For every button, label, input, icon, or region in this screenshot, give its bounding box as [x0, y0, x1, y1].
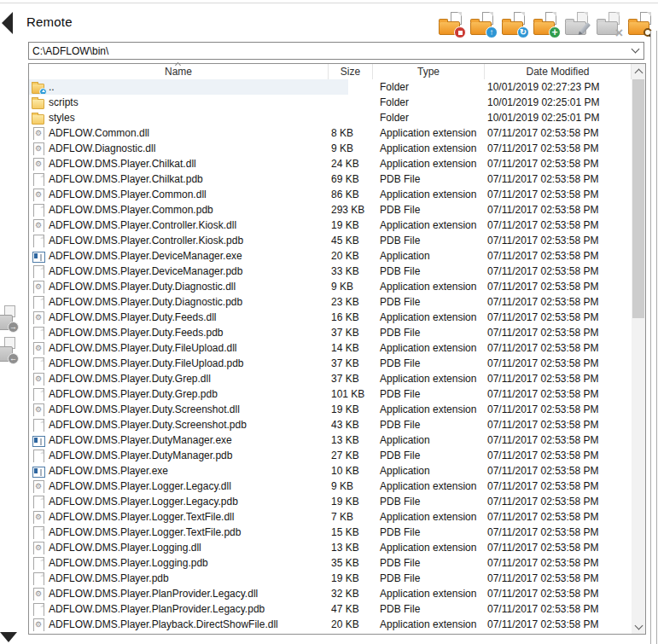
pdb-icon: [32, 603, 45, 616]
file-row[interactable]: ADFLOW.DMS.Player.DeviceManager.exe20 KB…: [29, 248, 632, 264]
file-date: 07/11/2017 02:53:58 PM: [485, 450, 632, 461]
file-row[interactable]: ADFLOW.DMS.Player.Controller.Kiosk.pdb45…: [29, 233, 632, 248]
column-header-name[interactable]: Name: [29, 64, 329, 79]
file-size: 14 KB: [329, 342, 373, 354]
file-type: PDB File: [373, 419, 485, 431]
file-row[interactable]: ADFLOW.DMS.Player.Duty.FileUpload.pdb37 …: [29, 356, 632, 371]
file-list-body: ..Folder10/01/2019 02:27:23 PMscriptsFol…: [29, 79, 632, 634]
file-row[interactable]: ADFLOW.DMS.Player.Duty.Grep.dll37 KBAppl…: [29, 371, 632, 386]
file-size: 19 KB: [329, 219, 373, 231]
file-row[interactable]: scriptsFolder10/01/2019 02:25:01 PM: [29, 95, 632, 110]
file-row[interactable]: ADFLOW.Common.dll8 KBApplication extensi…: [29, 125, 632, 141]
file-row[interactable]: ADFLOW.DMS.Player.Controller.Kiosk.dll19…: [29, 218, 632, 233]
dll-icon: [32, 158, 45, 171]
file-type: Folder: [373, 81, 485, 93]
file-row[interactable]: ..Folder10/01/2019 02:27:23 PM: [29, 79, 632, 95]
vertical-scrollbar[interactable]: [632, 64, 645, 634]
file-date: 07/11/2017 02:53:58 PM: [485, 434, 632, 446]
file-row[interactable]: ADFLOW.DMS.Player.Duty.Grep.pdb101 KBPDB…: [29, 386, 632, 402]
pdb-icon: [32, 204, 45, 217]
refresh-button[interactable]: [502, 12, 527, 37]
collapse-panel-arrow-icon[interactable]: [2, 12, 13, 34]
add-badge-icon: [549, 26, 561, 38]
file-date: 07/11/2017 02:53:58 PM: [485, 142, 632, 154]
upload-button[interactable]: [470, 12, 496, 37]
dll-icon: [32, 281, 45, 293]
file-type: PDB File: [373, 296, 485, 308]
file-row-partial[interactable]: [29, 632, 632, 634]
pdb-icon: [32, 296, 45, 309]
file-type: Application: [373, 250, 485, 262]
transfer-right-button[interactable]: →: [0, 305, 20, 332]
toolbar: ×: [439, 12, 654, 37]
file-name: ADFLOW.DMS.Player.Chilkat.pdb: [49, 173, 203, 185]
file-date: 07/11/2017 02:53:58 PM: [485, 219, 632, 231]
abort-transfer-button[interactable]: [439, 12, 464, 37]
file-row[interactable]: ADFLOW.DMS.Player.Duty.Feeds.dll16 KBApp…: [29, 310, 632, 325]
file-row[interactable]: ADFLOW.DMS.Player.Duty.Screenshot.pdb43 …: [29, 417, 632, 432]
file-row[interactable]: ADFLOW.DMS.Player.Logger.TextFile.dll7 K…: [29, 509, 632, 525]
file-date: 07/11/2017 02:53:58 PM: [485, 388, 632, 400]
transfer-left-button[interactable]: ←: [0, 337, 20, 363]
file-row[interactable]: ADFLOW.DMS.Player.exe10 KBApplication07/…: [29, 463, 632, 479]
file-row[interactable]: ADFLOW.DMS.Player.Duty.Diagnostic.dll9 K…: [29, 279, 632, 294]
file-type: Application: [373, 465, 485, 477]
file-date: 07/11/2017 02:53:58 PM: [485, 588, 632, 600]
name-cell: ADFLOW.DMS.Player.Common.pdb: [29, 204, 329, 217]
column-header-date-modified[interactable]: Date Modified: [485, 64, 632, 79]
file-row[interactable]: ADFLOW.DMS.Player.Duty.FileUpload.dll14 …: [29, 340, 632, 356]
file-row[interactable]: ADFLOW.DMS.Player.Duty.Diagnostic.pdb23 …: [29, 294, 632, 310]
dll-icon: [32, 588, 45, 600]
file-row[interactable]: ADFLOW.DMS.Player.Chilkat.pdb69 KBPDB Fi…: [29, 171, 632, 187]
file-row[interactable]: ADFLOW.DMS.Player.pdb19 KBPDB File07/11/…: [29, 571, 632, 586]
file-row[interactable]: ADFLOW.DMS.Player.Common.pdb293 KBPDB Fi…: [29, 202, 632, 218]
dll-icon: [32, 219, 45, 232]
file-row[interactable]: stylesFolder10/01/2019 02:25:01 PM: [29, 110, 632, 125]
file-row[interactable]: ADFLOW.DMS.Player.DeviceManager.pdb33 KB…: [29, 264, 632, 279]
list-header: Name Size Type Date Modified: [29, 64, 645, 79]
file-row[interactable]: ADFLOW.DMS.Player.Logger.Legacy.pdb19 KB…: [29, 494, 632, 509]
file-row[interactable]: ADFLOW.DMS.Player.Logging.pdb35 KBPDB Fi…: [29, 555, 632, 571]
file-row[interactable]: ADFLOW.DMS.Player.DutyManager.exe13 KBAp…: [29, 432, 632, 448]
file-row[interactable]: ADFLOW.DMS.Player.PlanProvider.Legacy.dl…: [29, 586, 632, 601]
combobox-dropdown-button[interactable]: [626, 49, 643, 52]
file-size: 13 KB: [329, 542, 373, 554]
new-folder-button[interactable]: [533, 12, 559, 37]
column-header-type[interactable]: Type: [373, 64, 485, 79]
scroll-up-button[interactable]: [632, 64, 645, 78]
file-row[interactable]: ADFLOW.Diagnostic.dll9 KBApplication ext…: [29, 141, 632, 156]
file-name: ADFLOW.DMS.Player.Logger.TextFile.pdb: [49, 526, 241, 538]
file-type: Application extension: [373, 588, 485, 600]
name-cell: ADFLOW.DMS.Player.DutyManager.exe: [29, 434, 329, 447]
file-row[interactable]: ADFLOW.DMS.Player.Logger.TextFile.pdb15 …: [29, 525, 632, 540]
name-cell: ADFLOW.DMS.Player.Controller.Kiosk.pdb: [29, 235, 329, 247]
file-type: PDB File: [373, 388, 485, 400]
file-row[interactable]: ADFLOW.DMS.Player.DutyManager.pdb27 KBPD…: [29, 448, 632, 463]
file-row[interactable]: ADFLOW.DMS.Player.Chilkat.dll24 KBApplic…: [29, 156, 632, 171]
file-row[interactable]: ADFLOW.DMS.Player.Duty.Screenshot.dll19 …: [29, 402, 632, 417]
scroll-down-button[interactable]: [632, 619, 645, 634]
file-size: 293 KB: [329, 204, 373, 216]
column-header-size[interactable]: Size: [329, 64, 373, 79]
path-combobox[interactable]: C:\ADFLOW\bin\: [28, 42, 644, 60]
file-row[interactable]: ADFLOW.DMS.Player.Logger.Legacy.dll9 KBA…: [29, 479, 632, 494]
file-row[interactable]: ADFLOW.DMS.Player.Duty.Feeds.pdb37 KBPDB…: [29, 325, 632, 340]
file-row[interactable]: ADFLOW.DMS.Player.Playback.DirectShowFil…: [29, 617, 632, 632]
file-row[interactable]: ADFLOW.DMS.Player.Common.dll86 KBApplica…: [29, 187, 632, 202]
name-cell: ADFLOW.Common.dll: [29, 127, 329, 140]
file-size: 13 KB: [329, 434, 373, 446]
collapse-bottom-arrow-icon[interactable]: [0, 632, 17, 642]
name-cell: ADFLOW.DMS.Player.Duty.FileUpload.dll: [29, 342, 329, 355]
name-cell: ADFLOW.DMS.Player.Common.dll: [29, 189, 329, 201]
name-cell: ADFLOW.DMS.Player.Duty.Feeds.dll: [29, 311, 329, 324]
file-size: 19 KB: [329, 403, 373, 415]
file-row[interactable]: ADFLOW.DMS.Player.Logging.dll13 KBApplic…: [29, 540, 632, 555]
file-type: Folder: [373, 112, 485, 124]
name-cell: ADFLOW.DMS.Player.DeviceManager.pdb: [29, 265, 329, 278]
scrollbar-thumb[interactable]: [632, 79, 644, 318]
pdb-icon: [32, 419, 45, 432]
panel-splitter[interactable]: [650, 31, 657, 644]
file-row[interactable]: ADFLOW.DMS.Player.PlanProvider.Legacy.pd…: [29, 601, 632, 617]
dll-icon: [32, 189, 45, 201]
file-type: Application extension: [373, 542, 485, 554]
